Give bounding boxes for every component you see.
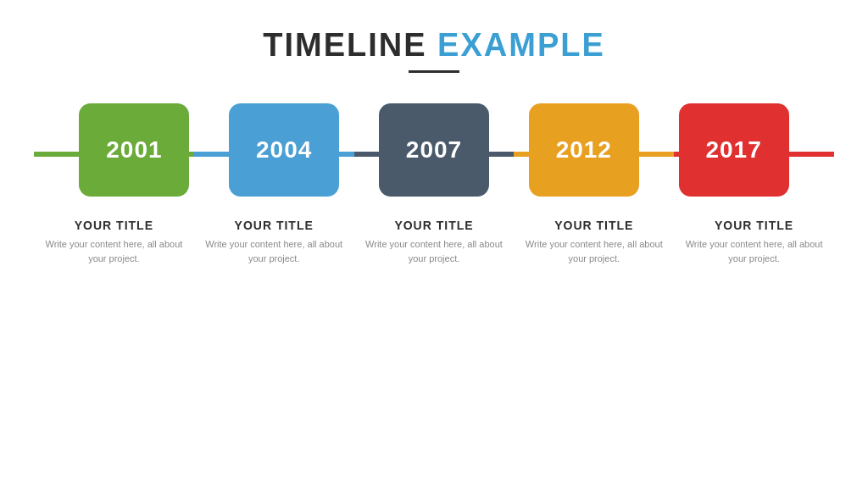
- page-title: TIMELINE EXAMPLE: [263, 27, 605, 64]
- label-title-3: YOUR TITLE: [554, 219, 633, 232]
- label-item-2: YOUR TITLE Write your content here, all …: [354, 219, 515, 265]
- box-2012: 2012: [529, 103, 639, 197]
- year-2017: 2017: [705, 136, 761, 164]
- year-2012: 2012: [556, 136, 612, 164]
- labels-row: YOUR TITLE Write your content here, all …: [34, 219, 834, 265]
- year-2001: 2001: [106, 136, 162, 164]
- label-item-4: YOUR TITLE Write your content here, all …: [674, 219, 834, 265]
- label-desc-0: Write your content here, all about your …: [41, 237, 187, 265]
- timeline-track: 2001 2004 2007 2012 2017: [34, 103, 834, 205]
- label-item-1: YOUR TITLE Write your content here, all …: [194, 219, 354, 265]
- box-2001: 2001: [79, 103, 189, 197]
- title-part1: TIMELINE: [263, 27, 426, 63]
- label-desc-4: Write your content here, all about your …: [681, 237, 827, 265]
- boxes-container: 2001 2004 2007 2012 2017: [34, 103, 834, 197]
- label-title-4: YOUR TITLE: [715, 219, 793, 232]
- box-2007: 2007: [379, 103, 489, 197]
- header: TIMELINE EXAMPLE: [263, 27, 605, 73]
- page-wrapper: TIMELINE EXAMPLE 2001 2004: [0, 0, 868, 488]
- label-title-0: YOUR TITLE: [75, 219, 153, 232]
- label-desc-3: Write your content here, all about your …: [520, 237, 667, 265]
- label-desc-1: Write your content here, all about your …: [201, 237, 348, 265]
- label-item-3: YOUR TITLE Write your content here, all …: [514, 219, 674, 265]
- label-item-0: YOUR TITLE Write your content here, all …: [34, 219, 194, 265]
- timeline-section: 2001 2004 2007 2012 2017 YOUR TITLE: [34, 103, 834, 265]
- box-2017: 2017: [679, 103, 789, 197]
- year-2004: 2004: [256, 136, 312, 164]
- box-2004: 2004: [229, 103, 339, 197]
- year-2007: 2007: [406, 136, 462, 164]
- header-divider: [409, 70, 459, 73]
- label-desc-2: Write your content here, all about your …: [361, 237, 508, 265]
- label-title-2: YOUR TITLE: [394, 219, 473, 232]
- label-title-1: YOUR TITLE: [235, 219, 314, 232]
- title-part2: EXAMPLE: [437, 27, 605, 63]
